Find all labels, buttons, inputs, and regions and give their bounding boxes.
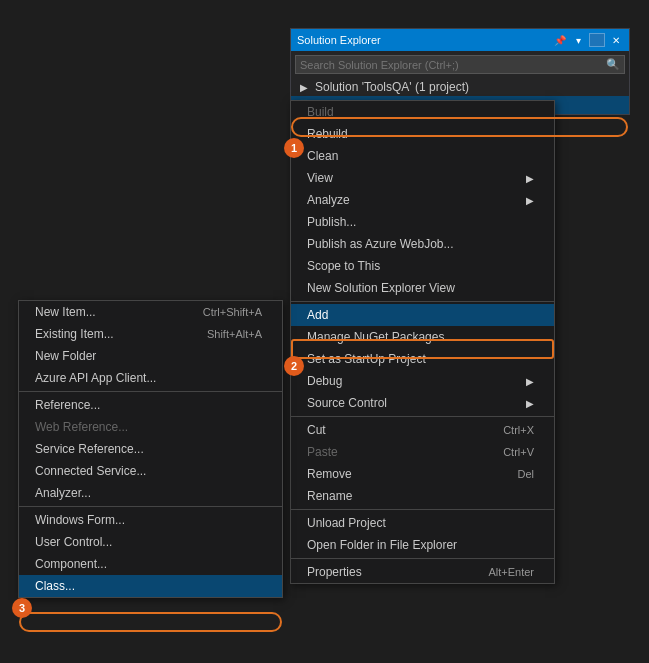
menu-item-remove-label: Remove (307, 467, 352, 481)
menu-item-cut-label: Cut (307, 423, 326, 437)
sub-class[interactable]: Class... (19, 575, 282, 597)
sub-class-label: Class... (35, 579, 75, 593)
menu-item-paste-shortcut: Ctrl+V (503, 446, 534, 458)
sub-analyzer-label: Analyzer... (35, 486, 91, 500)
menu-item-remove[interactable]: Remove Del (291, 463, 554, 485)
pin-icon[interactable]: ▾ (571, 33, 585, 47)
solution-explorer-title: Solution Explorer (297, 34, 381, 46)
menu-item-unload-label: Unload Project (307, 516, 386, 530)
separator-4 (291, 558, 554, 559)
sub-web-reference[interactable]: Web Reference... (19, 416, 282, 438)
menu-item-debug[interactable]: Debug ▶ (291, 370, 554, 392)
sub-azure-api[interactable]: Azure API App Client... (19, 367, 282, 389)
auto-hide-icon[interactable]: 📌 (553, 33, 567, 47)
menu-item-open-folder-label: Open Folder in File Explorer (307, 538, 457, 552)
search-input[interactable] (300, 59, 606, 71)
solution-explorer-header: Solution Explorer 📌 ▾ ✕ (291, 29, 629, 51)
sub-existing-item[interactable]: Existing Item... Shift+Alt+A (19, 323, 282, 345)
menu-item-new-explorer[interactable]: New Solution Explorer View (291, 277, 554, 299)
sub-new-item-shortcut: Ctrl+Shift+A (203, 306, 262, 318)
menu-item-analyze[interactable]: Analyze ▶ (291, 189, 554, 211)
sub-user-control[interactable]: User Control... (19, 531, 282, 553)
search-bar[interactable]: 🔍 (295, 55, 625, 74)
menu-item-clean[interactable]: Clean (291, 145, 554, 167)
sub-new-item-label: New Item... (35, 305, 96, 319)
menu-item-nuget[interactable]: Manage NuGet Packages... (291, 326, 554, 348)
menu-item-scope-label: Scope to This (307, 259, 380, 273)
float-icon[interactable] (589, 33, 605, 47)
sub-connected-service-label: Connected Service... (35, 464, 146, 478)
sub-separator-1 (19, 391, 282, 392)
menu-item-startup[interactable]: Set as StartUp Project (291, 348, 554, 370)
menu-item-build[interactable]: Build (291, 101, 554, 123)
sub-new-folder-label: New Folder (35, 349, 96, 363)
menu-item-open-folder[interactable]: Open Folder in File Explorer (291, 534, 554, 556)
menu-item-startup-label: Set as StartUp Project (307, 352, 426, 366)
menu-item-rename[interactable]: Rename (291, 485, 554, 507)
menu-item-add[interactable]: Add (291, 304, 554, 326)
menu-item-rebuild-label: Rebuild (307, 127, 348, 141)
sub-new-folder[interactable]: New Folder (19, 345, 282, 367)
sub-windows-form[interactable]: Windows Form... (19, 509, 282, 531)
menu-item-cut[interactable]: Cut Ctrl+X (291, 419, 554, 441)
menu-item-scope[interactable]: Scope to This (291, 255, 554, 277)
separator-2 (291, 416, 554, 417)
tree-solution[interactable]: ▶ Solution 'ToolsQA' (1 project) (291, 78, 629, 96)
sub-component[interactable]: Component... (19, 553, 282, 575)
menu-item-remove-shortcut: Del (517, 468, 534, 480)
search-icon[interactable]: 🔍 (606, 58, 620, 71)
menu-item-properties-shortcut: Alt+Enter (488, 566, 534, 578)
menu-item-publish-label: Publish... (307, 215, 356, 229)
menu-item-new-explorer-label: New Solution Explorer View (307, 281, 455, 295)
menu-item-paste[interactable]: Paste Ctrl+V (291, 441, 554, 463)
menu-item-analyze-arrow: ▶ (526, 195, 534, 206)
context-menu-main: Build Rebuild Clean View ▶ Analyze ▶ Pub… (290, 100, 555, 584)
badge-3: 3 (12, 598, 32, 618)
sub-reference-label: Reference... (35, 398, 100, 412)
sub-azure-api-label: Azure API App Client... (35, 371, 156, 385)
sub-component-label: Component... (35, 557, 107, 571)
context-menu-add-sub: New Item... Ctrl+Shift+A Existing Item..… (18, 300, 283, 598)
badge-2: 2 (284, 356, 304, 376)
menu-item-view-arrow: ▶ (526, 173, 534, 184)
sub-analyzer[interactable]: Analyzer... (19, 482, 282, 504)
sub-user-control-label: User Control... (35, 535, 112, 549)
menu-item-publish-azure-label: Publish as Azure WebJob... (307, 237, 454, 251)
sub-connected-service[interactable]: Connected Service... (19, 460, 282, 482)
menu-item-source-control-arrow: ▶ (526, 398, 534, 409)
menu-item-cut-shortcut: Ctrl+X (503, 424, 534, 436)
menu-item-properties[interactable]: Properties Alt+Enter (291, 561, 554, 583)
menu-item-unload[interactable]: Unload Project (291, 512, 554, 534)
sub-service-reference[interactable]: Service Reference... (19, 438, 282, 460)
menu-item-source-control-label: Source Control (307, 396, 387, 410)
sub-existing-item-label: Existing Item... (35, 327, 114, 341)
sub-windows-form-label: Windows Form... (35, 513, 125, 527)
menu-item-debug-arrow: ▶ (526, 376, 534, 387)
menu-item-debug-label: Debug (307, 374, 342, 388)
header-icons: 📌 ▾ ✕ (553, 33, 623, 47)
sub-existing-item-shortcut: Shift+Alt+A (207, 328, 262, 340)
sub-new-item[interactable]: New Item... Ctrl+Shift+A (19, 301, 282, 323)
menu-item-view-label: View (307, 171, 333, 185)
menu-item-rename-label: Rename (307, 489, 352, 503)
close-icon[interactable]: ✕ (609, 33, 623, 47)
separator-3 (291, 509, 554, 510)
menu-item-build-label: Build (307, 105, 334, 119)
menu-item-publish[interactable]: Publish... (291, 211, 554, 233)
separator-1 (291, 301, 554, 302)
menu-item-rebuild[interactable]: Rebuild (291, 123, 554, 145)
menu-item-publish-azure[interactable]: Publish as Azure WebJob... (291, 233, 554, 255)
menu-item-view[interactable]: View ▶ (291, 167, 554, 189)
solution-icon: ▶ (297, 82, 311, 93)
menu-item-source-control[interactable]: Source Control ▶ (291, 392, 554, 414)
menu-item-properties-label: Properties (307, 565, 362, 579)
badge-1: 1 (284, 138, 304, 158)
sub-separator-2 (19, 506, 282, 507)
menu-item-analyze-label: Analyze (307, 193, 350, 207)
class-highlight (19, 612, 282, 632)
menu-item-nuget-label: Manage NuGet Packages... (307, 330, 454, 344)
sub-service-reference-label: Service Reference... (35, 442, 144, 456)
menu-item-add-label: Add (307, 308, 328, 322)
sub-reference[interactable]: Reference... (19, 394, 282, 416)
sub-web-reference-label: Web Reference... (35, 420, 128, 434)
